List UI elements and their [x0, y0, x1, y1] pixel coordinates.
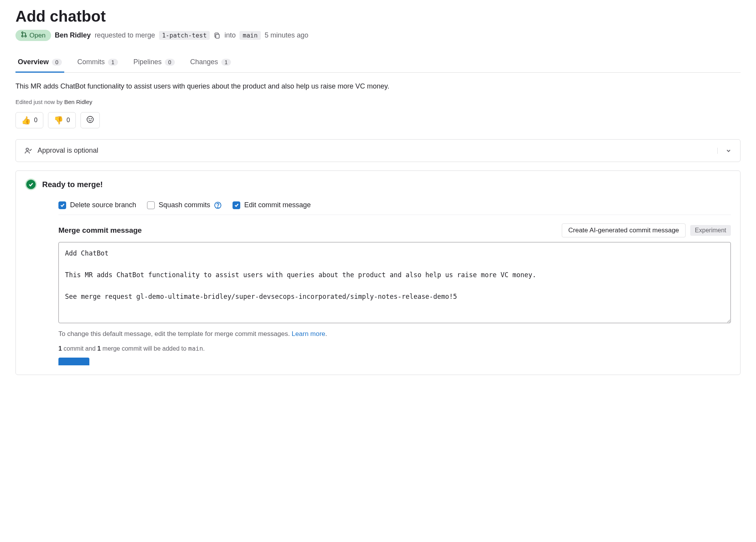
- smiley-icon: [86, 116, 94, 125]
- status-badge-open: Open: [15, 30, 51, 41]
- approval-expand-toggle[interactable]: [717, 148, 732, 154]
- thumbs-down-button[interactable]: 👎 0: [48, 112, 76, 128]
- thumbs-up-icon: 👍: [21, 116, 31, 125]
- approval-text: Approval is optional: [38, 147, 98, 155]
- requested-text: requested to merge: [95, 31, 155, 39]
- merge-request-icon: [21, 31, 27, 39]
- commit-message-textarea[interactable]: [58, 242, 731, 323]
- mr-tabs: Overview 0 Commits 1 Pipelines 0 Changes…: [15, 53, 741, 73]
- help-icon[interactable]: [214, 201, 222, 209]
- svg-point-1: [22, 36, 23, 37]
- author-name[interactable]: Ben Ridley: [55, 31, 91, 39]
- edited-note: Edited just now by Ben Ridley: [15, 99, 741, 105]
- thumbs-down-icon: 👎: [54, 116, 63, 125]
- chevron-down-icon: [725, 148, 732, 154]
- merge-button-partial[interactable]: [58, 358, 89, 365]
- merge-request-subheader: Open Ben Ridley requested to merge 1-pat…: [15, 30, 741, 41]
- approval-panel: Approval is optional: [15, 139, 741, 162]
- time-ago: 5 minutes ago: [265, 31, 308, 39]
- merge-request-title: Add chatbot: [15, 8, 741, 25]
- tab-changes[interactable]: Changes 1: [188, 53, 234, 73]
- squash-commits-option[interactable]: Squash commits: [147, 201, 222, 209]
- commit-message-label: Merge commit message: [58, 226, 142, 235]
- reactions-row: 👍 0 👎 0: [15, 112, 741, 128]
- merge-options-row: Delete source branch Squash commits Edit…: [58, 196, 731, 215]
- learn-more-link[interactable]: Learn more: [292, 330, 325, 337]
- svg-point-4: [87, 116, 93, 123]
- ready-to-merge-title: Ready to merge!: [42, 180, 103, 189]
- svg-rect-3: [216, 34, 219, 38]
- into-text: into: [224, 31, 236, 39]
- delete-branch-checkbox[interactable]: [58, 201, 66, 209]
- delete-source-branch-option[interactable]: Delete source branch: [58, 201, 136, 209]
- svg-point-5: [89, 119, 89, 119]
- mr-description: This MR adds ChatBot functionality to as…: [15, 81, 741, 92]
- svg-point-6: [91, 119, 91, 119]
- copy-branch-icon[interactable]: [214, 32, 221, 39]
- ai-commit-message-button[interactable]: Create AI-generated commit message: [562, 223, 686, 237]
- thumbs-up-button[interactable]: 👍 0: [15, 112, 43, 128]
- edited-author[interactable]: Ben Ridley: [64, 99, 92, 105]
- svg-point-2: [25, 36, 26, 37]
- target-branch[interactable]: main: [239, 31, 261, 40]
- tab-commits[interactable]: Commits 1: [75, 53, 120, 73]
- edit-commit-message-option[interactable]: Edit commit message: [233, 201, 311, 209]
- tab-pipelines[interactable]: Pipelines 0: [131, 53, 177, 73]
- add-reaction-button[interactable]: [80, 112, 100, 128]
- source-branch[interactable]: 1-patch-test: [159, 31, 210, 40]
- squash-checkbox[interactable]: [147, 201, 155, 209]
- svg-point-7: [26, 148, 28, 150]
- svg-point-9: [217, 207, 218, 208]
- tab-overview[interactable]: Overview 0: [15, 53, 64, 73]
- edit-msg-checkbox[interactable]: [233, 201, 240, 209]
- commit-summary: 1 commit and 1 merge commit will be adde…: [58, 345, 731, 352]
- commit-message-helper: To change this default message, edit the…: [58, 330, 731, 338]
- experiment-badge: Experiment: [690, 225, 731, 236]
- merge-panel: Ready to merge! Delete source branch Squ…: [15, 170, 741, 375]
- approval-icon: [24, 147, 32, 155]
- svg-point-0: [22, 32, 23, 34]
- ready-check-icon: [25, 179, 37, 190]
